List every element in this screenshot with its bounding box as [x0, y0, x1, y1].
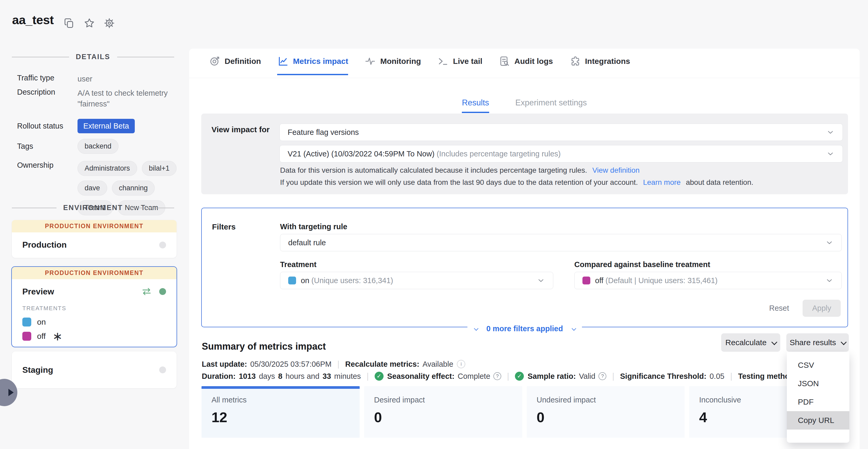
recalc-metrics-value: Available	[423, 360, 453, 368]
env-card-production[interactable]: PRODUCTION ENVIRONMENT Production	[12, 220, 177, 258]
learn-more-link[interactable]: Learn more	[643, 178, 681, 186]
view-impact-panel: View impact for Feature flag versions V2…	[201, 114, 848, 194]
tab-definition[interactable]: Definition	[209, 56, 261, 75]
reset-button[interactable]: Reset	[769, 304, 789, 312]
treatments-title: TREATMENTS	[12, 305, 177, 312]
rollout-status-row: Rollout status External Beta	[17, 119, 135, 133]
tab-metrics-impact[interactable]: Metrics impact	[277, 56, 348, 75]
view-definition-link[interactable]: View definition	[592, 166, 640, 174]
data-retention-note: If you update this version we will only …	[280, 178, 753, 187]
chevron-down-icon	[537, 276, 545, 285]
env-name-preview: Preview	[22, 287, 141, 297]
swap-arrows-icon	[141, 288, 152, 296]
tag-pill[interactable]: backend	[78, 139, 119, 154]
star-icon[interactable]	[84, 17, 95, 29]
targeting-rule-select[interactable]: default rule	[280, 234, 842, 251]
check-circle-icon: ✓	[375, 372, 383, 381]
seasonality-label: Seasonality effect:	[387, 372, 455, 381]
owner-pill[interactable]: dave	[78, 181, 107, 196]
owner-pill[interactable]: channing	[112, 181, 155, 196]
filters-box: Filters With targeting rule default rule…	[201, 208, 848, 327]
description-row: Description A/A test to check telemetry …	[17, 88, 175, 109]
chevron-right-icon	[8, 389, 14, 396]
separator: |	[612, 371, 614, 381]
tags-row: Tags backend	[17, 139, 119, 154]
menu-item-copy-url[interactable]: Copy URL	[787, 411, 849, 429]
treatment-select[interactable]: on (Unique users: 316,341)	[280, 272, 553, 289]
help-icon[interactable]: ?	[598, 372, 606, 380]
separator: |	[507, 371, 509, 381]
more-filters-toggle[interactable]: 0 more filters applied	[467, 324, 582, 333]
filter-actions: Reset Apply	[769, 300, 841, 317]
treatment-off-swatch	[583, 276, 590, 285]
chevron-down-icon	[474, 326, 478, 331]
version-select[interactable]: V21 (Active) (10/03/2022 04:59PM To Now)…	[280, 145, 843, 162]
baseline-select[interactable]: off (Default | Unique users: 315,461)	[574, 272, 842, 289]
last-update-label: Last update:	[202, 360, 247, 368]
view-impact-label: View impact for	[212, 125, 270, 134]
share-results-menu: CSV JSON PDF Copy URL	[787, 352, 849, 443]
tabbar-divider	[189, 78, 860, 78]
production-env-banner: PRODUCTION ENVIRONMENT	[12, 267, 177, 279]
env-card-preview[interactable]: PRODUCTION ENVIRONMENT Preview TREATMENT…	[11, 266, 177, 347]
recalculate-button[interactable]: Recalculate	[721, 333, 780, 352]
version-value: V21 (Active) (10/03/2022 04:59PM To Now)…	[288, 150, 826, 158]
help-icon[interactable]: ?	[493, 372, 501, 380]
share-results-button[interactable]: Share results	[786, 333, 849, 352]
treatment-off-label: off	[37, 332, 46, 341]
baseline-select-value: off (Default | Unique users: 315,461)	[595, 276, 825, 285]
description-value: A/A test to check telemetry "fairness"	[78, 88, 175, 109]
details-section-header: DETAILS	[12, 53, 174, 61]
menu-item-json[interactable]: JSON	[787, 375, 849, 393]
line-chart-icon	[277, 56, 289, 67]
metric-summary-cards: All metrics 12 Desired impact 0 Undesire…	[202, 386, 847, 438]
tags-label: Tags	[17, 142, 78, 151]
metric-card-undesired-impact[interactable]: Undesired impact 0	[527, 386, 685, 438]
gear-icon[interactable]	[103, 17, 115, 29]
menu-item-pdf[interactable]: PDF	[787, 393, 849, 411]
filters-title: Filters	[212, 222, 236, 231]
treatment-off-swatch	[22, 332, 31, 341]
version-note: (Includes percentage targeting rules)	[437, 150, 561, 158]
audit-log-icon	[499, 56, 510, 67]
puzzle-icon	[569, 56, 581, 67]
pulse-icon	[364, 56, 376, 67]
menu-item-csv[interactable]: CSV	[787, 356, 849, 375]
targeting-rule-label: With targeting rule	[280, 222, 347, 231]
results-subtabs: Results Experiment settings	[189, 98, 860, 113]
duration-label: Duration:	[202, 372, 236, 381]
description-label: Description	[17, 88, 78, 109]
threshold-value: 0.05	[710, 372, 724, 381]
copy-icon[interactable]	[63, 17, 74, 29]
env-card-staging[interactable]: Staging	[12, 352, 177, 388]
summary-stats-row-2: Duration: 1013days 8hours and 33minutes …	[202, 371, 813, 381]
env-name-production: Production	[22, 240, 159, 250]
treatment-on-label: on	[37, 318, 46, 327]
tab-monitoring[interactable]: Monitoring	[364, 56, 421, 75]
tab-integrations[interactable]: Integrations	[569, 56, 630, 75]
tab-live-tail[interactable]: Live tail	[437, 56, 482, 75]
rollout-status-label: Rollout status	[17, 122, 78, 130]
recalc-metrics-label: Recalculate metrics:	[345, 360, 419, 368]
apply-button[interactable]: Apply	[803, 300, 841, 317]
owner-pill[interactable]: bilal+1	[142, 161, 177, 176]
summary-title: Summary of metrics impact	[202, 341, 326, 352]
seasonality-value: Complete	[458, 372, 490, 381]
tab-bar: Definition Metrics impact Monitoring	[209, 56, 630, 75]
subtab-results[interactable]: Results	[462, 98, 489, 113]
metric-card-all-metrics[interactable]: All metrics 12	[202, 386, 360, 438]
impact-type-select[interactable]: Feature flag versions	[280, 124, 843, 141]
rollout-status-badge[interactable]: External Beta	[78, 119, 135, 133]
info-icon[interactable]: i	[457, 360, 465, 368]
tab-audit-logs[interactable]: Audit logs	[499, 56, 553, 75]
environment-title: ENVIRONMENT	[63, 204, 123, 212]
subtab-experiment-settings[interactable]: Experiment settings	[516, 98, 587, 113]
last-update-value: 05/30/2025 03:57:06PM	[250, 360, 332, 368]
chevron-down-icon	[572, 326, 576, 331]
metric-card-desired-impact[interactable]: Desired impact 0	[364, 386, 522, 438]
env-name-staging: Staging	[22, 365, 159, 375]
treatment-select-value: on (Unique users: 316,341)	[301, 276, 537, 285]
traffic-type-row: Traffic type user	[17, 73, 177, 84]
check-circle-icon: ✓	[515, 372, 524, 381]
owner-pill[interactable]: Administrators	[78, 161, 137, 176]
